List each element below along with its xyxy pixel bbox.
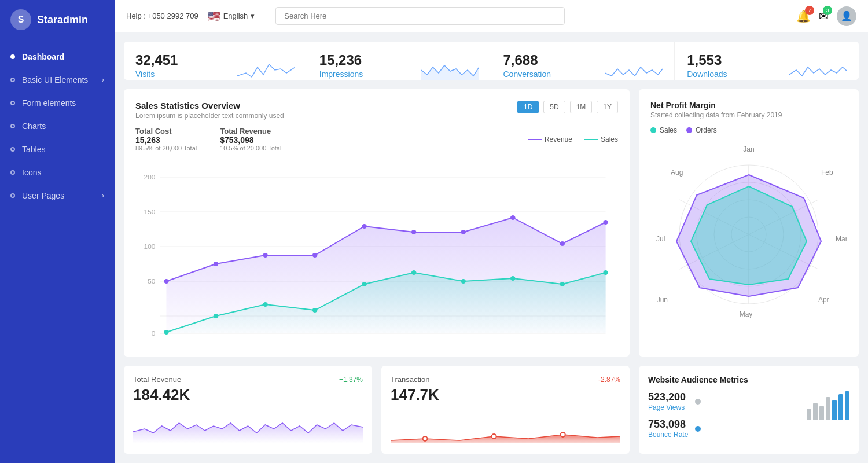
transaction-card: Transaction -2.87% 147.7K	[381, 366, 630, 454]
bar	[826, 397, 830, 420]
svg-point-24	[164, 330, 169, 335]
metric-label: Page Views	[648, 403, 686, 411]
sidebar-item-label: Basic UI Elements	[22, 75, 88, 84]
ctrl-1y[interactable]: 1Y	[597, 101, 618, 113]
mini-chart-change: -2.87%	[598, 376, 620, 384]
user-menu[interactable]: 👤	[837, 6, 856, 26]
svg-point-20	[510, 215, 516, 220]
radar-title: Net Profit Margin	[650, 101, 847, 110]
bar	[807, 409, 811, 420]
middle-row: Sales Statistics Overview Lorem ipsum is…	[124, 89, 859, 357]
message-button[interactable]: ✉ 3	[819, 9, 829, 23]
stat-value: 15,236	[319, 52, 373, 68]
svg-point-14	[214, 262, 219, 266]
sidebar-item-charts[interactable]: Charts	[0, 115, 115, 138]
chart-header: Sales Statistics Overview Lorem ipsum is…	[135, 101, 618, 120]
sidebar-item-icons[interactable]: Icons	[0, 161, 115, 184]
legend-sales: Sales	[650, 126, 677, 134]
stat-label: Downloads	[687, 69, 741, 79]
chart-title: Sales Statistics Overview	[135, 101, 284, 111]
metric-dot	[695, 426, 701, 432]
sidebar-item-label: Tables	[22, 145, 45, 154]
svg-text:Mar: Mar	[836, 235, 847, 243]
stat-card-impressions: 15,236 Impressions +138.97(+0.54%)	[308, 42, 491, 80]
svg-point-54	[423, 436, 428, 441]
svg-point-31	[510, 276, 516, 281]
svg-text:Jun: Jun	[657, 296, 668, 304]
sparkline-conversation	[605, 58, 663, 80]
stat-value: 32,451	[135, 52, 185, 68]
sidebar-item-label: Dashboard	[22, 52, 64, 61]
mini-chart-label: Transaction	[391, 375, 429, 384]
legend-revenue: Revenue	[528, 135, 572, 144]
legend-dot-sales	[650, 127, 656, 133]
radar-chart-card: Net Profit Margin Started collecting dat…	[639, 89, 859, 357]
svg-point-16	[312, 253, 318, 258]
content: 32,451 Visits +14.00(+0.50%) 15,236 Impr…	[115, 32, 868, 463]
radar-subtitle: Started collecting data from February 20…	[650, 111, 847, 119]
sidebar-nav: Dashboard Basic UI Elements › Form eleme…	[0, 39, 115, 463]
bar-chart-mini	[807, 391, 849, 420]
sidebar-item-form-elements[interactable]: Form elements	[0, 91, 115, 115]
svg-text:50: 50	[148, 278, 155, 285]
svg-text:Jan: Jan	[743, 145, 754, 153]
svg-point-15	[263, 253, 268, 258]
legend-revenue-label: Revenue	[545, 135, 572, 144]
message-badge: 3	[823, 6, 832, 15]
bar	[819, 406, 824, 420]
header: Help : +050 2992 709 🇺🇸 English ▾ 🔔 7 ✉ …	[115, 0, 868, 32]
nav-dot	[10, 170, 15, 175]
search-input[interactable]	[275, 7, 565, 25]
metric-label: Bounce Rate	[648, 431, 688, 439]
sidebar-item-label: Icons	[22, 168, 41, 177]
stat-label: Impressions	[319, 69, 373, 79]
search-bar[interactable]	[275, 7, 565, 25]
svg-text:Apr: Apr	[818, 296, 829, 304]
sidebar-item-dashboard[interactable]: Dashboard	[0, 45, 115, 68]
revenue-sparkline	[133, 409, 363, 443]
chart-legend: Revenue Sales	[528, 135, 618, 144]
stat-card-conversation: 7,688 Conversation +57.62(+0.76%)	[492, 42, 675, 80]
logo-icon: S	[10, 9, 31, 30]
language-selector[interactable]: 🇺🇸 English ▾	[208, 10, 255, 23]
svg-point-26	[263, 302, 268, 307]
total-cost-sub: 89.5% of 20,000 Total	[135, 145, 197, 152]
sidebar-item-tables[interactable]: Tables	[0, 138, 115, 161]
header-icons: 🔔 7 ✉ 3 👤	[796, 6, 856, 26]
logo[interactable]: S Staradmin	[0, 0, 115, 39]
nav-dot	[10, 147, 15, 152]
chart-stats: Total Cost 15,263 89.5% of 20,000 Total …	[135, 127, 618, 152]
chevron-down-icon: ▾	[251, 12, 255, 20]
sidebar-item-label: User Pages	[22, 191, 64, 200]
svg-text:Feb: Feb	[821, 168, 833, 177]
ctrl-1m[interactable]: 1M	[570, 101, 593, 113]
mini-chart-area	[391, 409, 620, 443]
sidebar-item-basic-ui[interactable]: Basic UI Elements ›	[0, 68, 115, 91]
svg-point-32	[560, 282, 565, 286]
help-text: Help : +050 2992 709	[126, 12, 198, 20]
svg-text:200: 200	[144, 174, 156, 181]
transaction-sparkline	[391, 409, 620, 443]
radar-legend: Sales Orders	[650, 126, 847, 134]
stat-value: 7,688	[503, 52, 553, 68]
mini-chart-area	[133, 409, 363, 443]
svg-point-27	[312, 308, 318, 313]
svg-point-13	[164, 279, 169, 284]
total-cost-label: Total Cost	[135, 127, 197, 135]
svg-text:Jul: Jul	[656, 235, 665, 243]
stat-card-visits: 32,451 Visits +14.00(+0.50%)	[124, 42, 307, 80]
total-revenue-card: Total Revenue +1.37% 184.42K	[124, 366, 372, 454]
sales-line-chart: 200 150 100 50 0	[135, 160, 618, 345]
ctrl-5d[interactable]: 5D	[543, 101, 565, 113]
mini-chart-change: +1.37%	[339, 376, 363, 384]
sparkline-visits	[237, 58, 295, 80]
mini-chart-value: 184.42K	[133, 386, 363, 404]
stats-row: 32,451 Visits +14.00(+0.50%) 15,236 Impr…	[124, 42, 859, 80]
stat-label: Visits	[135, 69, 185, 79]
svg-text:May: May	[740, 310, 753, 318]
stat-label: Conversation	[503, 69, 553, 79]
svg-point-17	[362, 224, 367, 229]
sidebar-item-user-pages[interactable]: User Pages ›	[0, 184, 115, 207]
ctrl-1d[interactable]: 1D	[517, 101, 539, 113]
notification-button[interactable]: 🔔 7	[796, 9, 811, 23]
